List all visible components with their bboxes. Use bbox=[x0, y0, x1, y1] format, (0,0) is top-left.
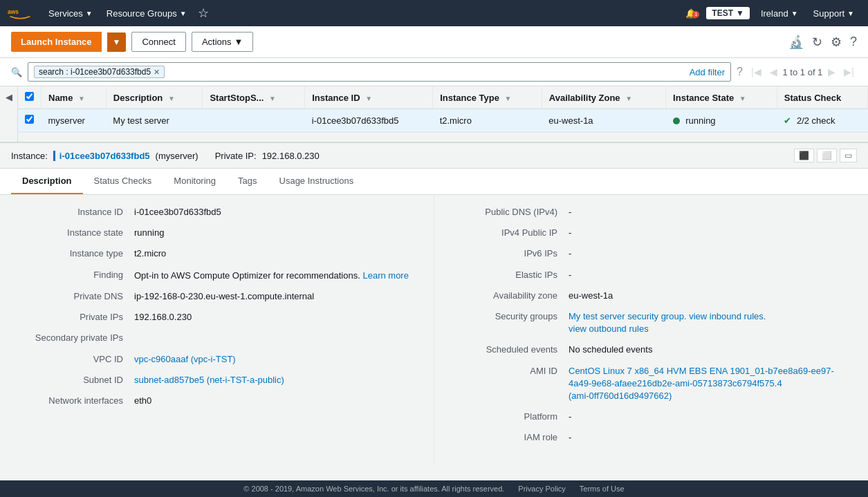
security-groups-link[interactable]: My test server security group. bbox=[569, 311, 687, 321]
search-input[interactable] bbox=[169, 67, 685, 77]
learn-more-link[interactable]: Learn more bbox=[362, 270, 408, 281]
panel-split-button[interactable]: ⬛ bbox=[794, 149, 814, 162]
ami-id-row: AMI ID CentOS Linux 7 x86_64 HVM EBS ENA… bbox=[451, 365, 851, 403]
secondary-private-ips-label: Secondary private IPs bbox=[17, 332, 134, 344]
terms-of-use-link[interactable]: Terms of Use bbox=[580, 485, 625, 493]
finding-label: Finding bbox=[17, 269, 134, 281]
availability-zone-row: Availability zone eu-west-1a bbox=[451, 290, 851, 302]
filter-bar: 🔍 search : i-01cee3b07d633fbd5 ✕ Add fil… bbox=[0, 58, 868, 86]
instances-table: Name ▼ Description ▼ StartStopS... ▼ Ins… bbox=[18, 86, 868, 132]
privacy-policy-link[interactable]: Privacy Policy bbox=[518, 485, 565, 493]
services-nav[interactable]: Services ▼ bbox=[41, 0, 100, 26]
split-area: ◀ Name ▼ Description ▼ StartStopS... ▼ I… bbox=[0, 86, 868, 480]
ipv4-public-row: IPv4 Public IP - bbox=[451, 227, 851, 239]
launch-instance-dropdown-button[interactable]: ▼ bbox=[107, 32, 127, 52]
prev-page-button[interactable]: ◀ bbox=[767, 65, 780, 79]
subnet-id-link[interactable]: subnet-ad857be5 (net-i-TST-a-public) bbox=[134, 375, 284, 385]
services-caret-icon: ▼ bbox=[86, 10, 93, 17]
scheduled-events-label: Scheduled events bbox=[451, 344, 569, 356]
finding-value: Opt-in to AWS Compute Optimizer for reco… bbox=[134, 269, 417, 283]
public-dns-label: Public DNS (IPv4) bbox=[451, 206, 569, 218]
pin-icon[interactable]: ☆ bbox=[194, 6, 213, 21]
env-switcher[interactable]: TEST ▼ bbox=[706, 7, 750, 19]
select-all-checkbox[interactable] bbox=[25, 92, 34, 101]
tab-description[interactable]: Description bbox=[11, 169, 83, 194]
instance-type-value: t2.micro bbox=[134, 247, 417, 260]
connect-button[interactable]: Connect bbox=[131, 32, 185, 52]
instance-type-col-header: Instance Type ▼ bbox=[433, 86, 542, 109]
aws-logo[interactable]: aws bbox=[7, 3, 33, 24]
view-outbound-rules-link[interactable]: view outbound rules bbox=[569, 323, 649, 334]
panel-half-button[interactable]: ⬜ bbox=[817, 149, 837, 162]
tab-status-checks[interactable]: Status Checks bbox=[83, 169, 163, 194]
description-col-header: Description ▼ bbox=[106, 86, 203, 109]
ami-id-link[interactable]: CentOS Linux 7 x86_64 HVM EBS ENA 1901_0… bbox=[569, 366, 834, 401]
region-nav[interactable]: Ireland ▼ bbox=[754, 0, 805, 26]
first-page-button[interactable]: |◀ bbox=[748, 65, 764, 79]
instance-type-label: Instance type bbox=[17, 247, 134, 260]
instance-state-col-header: Instance State ▼ bbox=[666, 86, 777, 109]
subnet-id-value: subnet-ad857be5 (net-i-TST-a-public) bbox=[134, 374, 417, 386]
support-nav[interactable]: Support ▼ bbox=[806, 0, 861, 26]
region-caret-icon: ▼ bbox=[791, 10, 798, 17]
panel-full-button[interactable]: ▭ bbox=[840, 149, 857, 162]
detail-instance-name: (myserver) bbox=[156, 151, 198, 161]
search-tag: search : i-01cee3b07d633fbd5 ✕ bbox=[34, 66, 165, 78]
vpc-id-link[interactable]: vpc-c960aaaf (vpc-i-TST) bbox=[134, 354, 236, 364]
availability-zone-label: Availability zone bbox=[451, 290, 569, 302]
search-box[interactable]: search : i-01cee3b07d633fbd5 ✕ Add filte… bbox=[28, 62, 731, 82]
actions-button[interactable]: Actions ▼ bbox=[192, 32, 254, 52]
instance-state-label: Instance state bbox=[17, 227, 134, 239]
name-col-header: Name ▼ bbox=[41, 86, 107, 109]
network-interfaces-row: Network interfaces eth0 bbox=[17, 395, 417, 407]
tab-usage-instructions[interactable]: Usage Instructions bbox=[268, 169, 365, 194]
iam-role-value: - bbox=[569, 431, 851, 444]
status-check-cell: ✔ 2/2 check bbox=[777, 109, 867, 132]
lab-icon[interactable]: 🔬 bbox=[788, 35, 804, 50]
private-dns-label: Private DNS bbox=[17, 290, 134, 303]
tab-monitoring[interactable]: Monitoring bbox=[163, 169, 227, 194]
launch-instance-button[interactable]: Launch Instance bbox=[11, 32, 102, 52]
row-checkbox[interactable] bbox=[25, 115, 34, 124]
instance-state-value: running bbox=[134, 227, 417, 239]
public-dns-row: Public DNS (IPv4) - bbox=[451, 206, 851, 218]
network-interfaces-value: eth0 bbox=[134, 395, 417, 407]
instance-type-row: Instance type t2.micro bbox=[17, 247, 417, 260]
view-inbound-rules-link[interactable]: view inbound rules. bbox=[689, 311, 766, 321]
description-cell: My test server bbox=[106, 109, 203, 132]
upper-section: ◀ Name ▼ Description ▼ StartStopS... ▼ I… bbox=[0, 86, 868, 142]
elastic-ips-value: - bbox=[569, 269, 851, 281]
private-dns-value: ip-192-168-0-230.eu-west-1.compute.inter… bbox=[134, 290, 417, 303]
instance-label: Instance: bbox=[11, 151, 48, 161]
add-filter-link[interactable]: Add filter bbox=[690, 67, 725, 77]
footer: © 2008 - 2019, Amazon Web Services, Inc.… bbox=[0, 480, 868, 497]
name-cell: myserver bbox=[41, 109, 107, 132]
next-page-button[interactable]: ▶ bbox=[825, 65, 838, 79]
select-all-col bbox=[18, 86, 41, 109]
table-scrollbar[interactable] bbox=[18, 132, 868, 142]
ami-id-label: AMI ID bbox=[451, 365, 569, 377]
notifications-bell[interactable]: 🔔 1 bbox=[680, 8, 702, 19]
private-ips-row: Private IPs 192.168.0.230 bbox=[17, 311, 417, 323]
last-page-button[interactable]: ▶| bbox=[841, 65, 857, 79]
iam-role-label: IAM role bbox=[451, 431, 569, 444]
help-icon[interactable]: ? bbox=[850, 35, 857, 49]
private-ips-label: Private IPs bbox=[17, 311, 134, 323]
table-area: Name ▼ Description ▼ StartStopS... ▼ Ins… bbox=[18, 86, 868, 142]
svg-text:aws: aws bbox=[8, 8, 19, 15]
scheduled-events-value: No scheduled events bbox=[569, 344, 851, 356]
sidebar-toggle[interactable]: ◀ bbox=[0, 86, 18, 142]
filter-help-icon[interactable]: ? bbox=[737, 66, 743, 78]
status-check-icon: ✔ bbox=[784, 115, 791, 126]
detail-private-ip: 192.168.0.230 bbox=[262, 151, 320, 161]
ipv6-ips-row: IPv6 IPs - bbox=[451, 247, 851, 260]
table-row[interactable]: myserver My test server i-01cee3b07d633f… bbox=[18, 109, 868, 132]
settings-icon[interactable]: ⚙ bbox=[831, 35, 842, 50]
secondary-private-ips-row: Secondary private IPs bbox=[17, 332, 417, 344]
tab-tags[interactable]: Tags bbox=[227, 169, 268, 194]
refresh-icon[interactable]: ↻ bbox=[812, 35, 822, 50]
env-caret-icon: ▼ bbox=[736, 8, 744, 18]
nav-right: 🔔 1 TEST ▼ Ireland ▼ Support ▼ bbox=[680, 0, 861, 26]
clear-search-icon[interactable]: ✕ bbox=[154, 68, 160, 77]
resource-groups-nav[interactable]: Resource Groups ▼ bbox=[100, 0, 194, 26]
